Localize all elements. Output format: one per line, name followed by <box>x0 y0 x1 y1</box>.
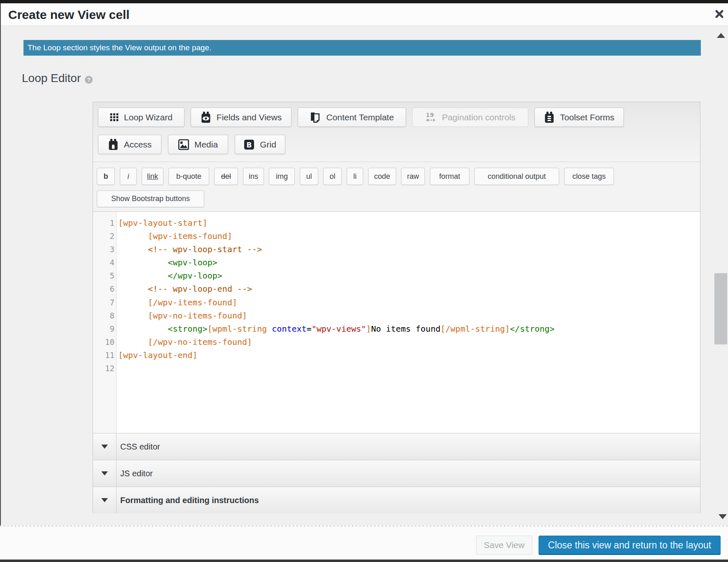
save-view-button: Save View <box>476 536 532 555</box>
page-top-edge <box>0 0 728 3</box>
code-editor-textarea[interactable]: [wpv-layout-start] [wpv-items-found] <!-… <box>117 212 700 433</box>
media-button-label: Content Template <box>326 112 394 122</box>
content-template-icon <box>310 112 321 123</box>
code-line: [/wpv-items-found] <box>118 296 700 309</box>
access-icon <box>108 138 119 150</box>
pagination-controls-button: 19Pagination controls <box>412 108 528 127</box>
media-button[interactable]: Media <box>168 135 228 154</box>
line-number: 10 <box>93 335 114 349</box>
section-toggle-css-editor[interactable]: CSS editor <box>93 433 700 460</box>
page-bottom-edge <box>0 560 728 562</box>
code-line: [wpv-layout-start] <box>118 216 700 229</box>
quicktag-i-button[interactable]: i <box>120 168 137 185</box>
line-number: 12 <box>93 362 114 375</box>
line-number: 4 <box>93 256 114 269</box>
chevron-down-icon <box>101 498 108 502</box>
line-number: 6 <box>93 282 114 295</box>
section-label: CSS editor <box>117 442 160 452</box>
scroll-down-arrow[interactable] <box>719 514 727 519</box>
access-button[interactable]: Access <box>98 135 161 154</box>
quicktag-del-button[interactable]: del <box>214 168 238 185</box>
chevron-down-icon <box>101 445 108 449</box>
line-number: 3 <box>93 243 114 256</box>
line-number: 1 <box>93 216 114 229</box>
quicktags-toolbar: bilinkb-quotedelinsimgulollicoderawforma… <box>93 162 700 211</box>
line-number-gutter: 123456789101112 <box>93 212 117 433</box>
media-button-label: Grid <box>260 140 276 150</box>
toolset-forms-icon <box>544 111 555 123</box>
scrollbar-thumb[interactable] <box>714 273 727 344</box>
code-line: [/wpv-no-items-found] <box>118 335 700 349</box>
section-gutter <box>93 433 117 460</box>
quicktag-ins-button[interactable]: ins <box>243 168 264 185</box>
section-toggle-formatting-and-editing-instructions[interactable]: Formatting and editing instructions <box>93 487 700 513</box>
content-template-button[interactable]: Content Template <box>298 108 406 127</box>
code-line: [wpv-layout-end] <box>118 349 700 362</box>
section-toggle-js-editor[interactable]: JS editor <box>93 460 700 487</box>
line-number: 2 <box>93 229 114 243</box>
code-line: ​ <box>118 362 700 375</box>
media-button-label: Toolset Forms <box>560 112 614 122</box>
line-number: 5 <box>93 269 114 282</box>
grid-icon <box>110 113 119 122</box>
dialog-left-edge <box>0 3 1 527</box>
dialog-title: Create new View cell <box>8 3 130 26</box>
toolset-forms-button[interactable]: Toolset Forms <box>534 108 624 127</box>
loop-editor-panel: Loop WizardFields and ViewsContent Templ… <box>93 102 700 513</box>
help-icon[interactable]: ? <box>85 76 93 84</box>
section-gutter <box>93 487 117 513</box>
fields-and-views-button[interactable]: Fields and Views <box>191 108 292 127</box>
quicktag-li-button[interactable]: li <box>347 168 363 185</box>
media-buttons-toolbar: Loop WizardFields and ViewsContent Templ… <box>93 102 700 162</box>
media-button-label: Loop Wizard <box>124 112 173 122</box>
bootstrap-grid-icon: B <box>244 139 254 150</box>
show-bootstrap-buttons-button[interactable]: Show Bootstrap buttons <box>97 190 204 207</box>
notice-bar: The Loop section styles the View output … <box>23 40 701 56</box>
section-heading: Loop Editor <box>22 72 81 85</box>
code-editor: 123456789101112 [wpv-layout-start] [wpv-… <box>93 211 700 433</box>
code-line: [wpv-no-items-found] <box>118 309 700 322</box>
code-line: </wpv-loop> <box>118 269 700 282</box>
code-line: <!-- wpv-loop-end --> <box>118 282 700 295</box>
fields-views-icon <box>201 111 211 123</box>
svg-text:B: B <box>247 140 252 149</box>
svg-text:9: 9 <box>430 112 434 118</box>
quicktag-img-button[interactable]: img <box>269 168 295 185</box>
section-label: JS editor <box>117 469 153 478</box>
pagination-icon: 19 <box>425 112 436 123</box>
media-button-label: Fields and Views <box>217 112 282 122</box>
quicktag-format-button[interactable]: format <box>430 168 469 185</box>
section-label: Formatting and editing instructions <box>117 496 259 505</box>
chevron-down-icon <box>101 471 108 475</box>
close-icon[interactable] <box>714 8 725 20</box>
section-gutter <box>93 460 117 487</box>
code-line: [wpv-items-found] <box>118 229 700 243</box>
quicktag-close-tags-button[interactable]: close tags <box>564 168 614 185</box>
media-button-label: Media <box>194 140 218 150</box>
grid-button[interactable]: BGrid <box>235 135 285 154</box>
quicktag-code-button[interactable]: code <box>368 168 396 185</box>
media-button-label: Access <box>124 140 152 150</box>
media-button-label: Pagination controls <box>442 112 516 122</box>
scroll-up-arrow[interactable] <box>717 33 725 38</box>
code-line: <strong>[wpml-string context="wpv-views"… <box>118 322 700 335</box>
quicktag-raw-button[interactable]: raw <box>401 168 425 185</box>
quicktag-b-quote-button[interactable]: b-quote <box>168 168 209 185</box>
code-line: <!-- wpv-loop-start --> <box>118 243 700 256</box>
line-number: 7 <box>93 296 114 309</box>
quicktag-ul-button[interactable]: ul <box>300 168 318 185</box>
quicktag-link-button[interactable]: link <box>142 168 163 185</box>
loop-wizard-button[interactable]: Loop Wizard <box>98 108 184 127</box>
quicktag-conditional-output-button[interactable]: conditional output <box>474 168 559 185</box>
svg-text:1: 1 <box>426 112 429 118</box>
line-number: 9 <box>93 322 114 335</box>
quicktag-ol-button[interactable]: ol <box>323 168 342 185</box>
line-number: 11 <box>93 349 114 362</box>
line-number: 8 <box>93 309 114 322</box>
media-icon <box>178 139 189 150</box>
code-line: <wpv-loop> <box>118 256 700 269</box>
close-view-button[interactable]: Close this view and return to the layout <box>539 536 721 555</box>
quicktag-b-button[interactable]: b <box>97 168 115 185</box>
